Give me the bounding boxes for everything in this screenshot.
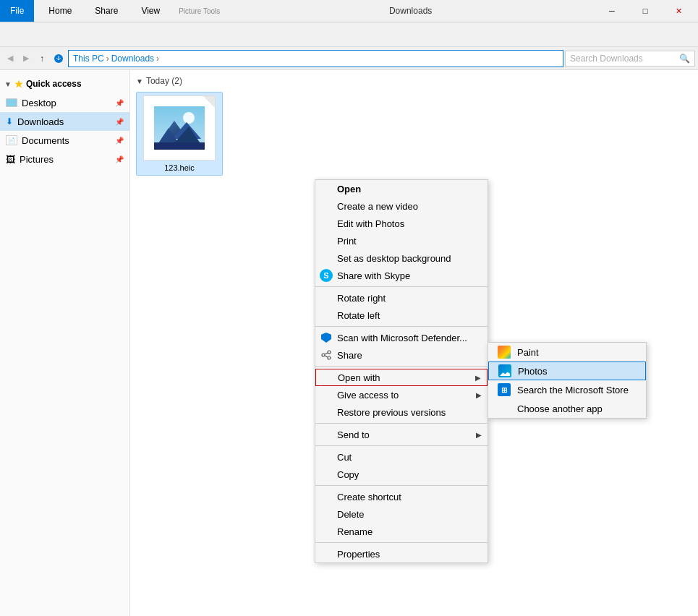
ctx-set-desktop[interactable]: Set as desktop background xyxy=(315,249,488,267)
sidebar-item-documents[interactable]: 📄 Documents 📌 xyxy=(0,131,129,150)
ctx-restore[interactable]: Restore previous versions xyxy=(315,403,488,421)
downloads-arrow-icon: ⬇ xyxy=(6,116,13,127)
ctx-sep4 xyxy=(315,423,488,424)
quick-access-chevron: ▼ xyxy=(4,80,12,88)
ctx-rename[interactable]: Rename xyxy=(315,523,488,540)
ctx-properties[interactable]: Properties xyxy=(315,545,488,562)
breadcrumb-sep2: › xyxy=(156,54,159,64)
skype-icon-small: S xyxy=(320,269,333,282)
tab-view[interactable]: View xyxy=(131,3,170,19)
up-button[interactable]: ↑ xyxy=(35,51,49,66)
ctx-scan-defender[interactable]: Scan with Microsoft Defender... xyxy=(315,329,488,346)
give-access-arrow-icon: ▶ xyxy=(476,391,482,399)
ctx-create-shortcut-label: Create shortcut xyxy=(337,492,401,502)
submenu-paint-label: Paint xyxy=(517,347,539,358)
section-chevron: ▼ xyxy=(136,77,143,85)
ctx-delete[interactable]: Delete xyxy=(315,505,488,523)
pin-desktop-icon: 📌 xyxy=(115,99,124,107)
svg-line-13 xyxy=(325,356,328,357)
ctx-cut[interactable]: Cut xyxy=(315,448,488,466)
store-app-icon: ⊞ xyxy=(497,382,511,397)
breadcrumb-thispc[interactable]: This PC xyxy=(73,54,104,64)
breadcrumb[interactable]: This PC › Downloads › xyxy=(68,50,563,67)
submenu-choose-app[interactable]: Choose another app xyxy=(488,399,646,418)
submenu-photos[interactable]: Photos xyxy=(488,362,646,380)
ctx-cut-label: Cut xyxy=(337,452,352,463)
svg-line-12 xyxy=(325,353,328,354)
ctx-share-skype[interactable]: S Share with Skype xyxy=(315,267,488,284)
ctx-sep3 xyxy=(315,366,488,367)
svg-point-10 xyxy=(322,354,325,356)
ctx-send-to-label: Send to xyxy=(337,429,370,440)
ribbon: File Home Share View Picture Tools Downl… xyxy=(0,0,698,22)
ctx-send-to[interactable]: Send to ▶ xyxy=(315,426,488,443)
submenu-store[interactable]: ⊞ Search the Microsoft Store xyxy=(488,380,646,399)
tab-file-label: File xyxy=(10,6,24,16)
tab-bar: File Home Share View Picture Tools Downl… xyxy=(0,0,698,22)
forward-button[interactable]: ▶ xyxy=(19,51,33,66)
paint-app-icon xyxy=(497,345,511,359)
open-with-arrow-icon: ▶ xyxy=(475,374,481,382)
tab-file[interactable]: File xyxy=(0,0,34,22)
sidebar-item-downloads[interactable]: ⬇ Downloads 📌 xyxy=(0,112,129,131)
sidebar-documents-label: Documents xyxy=(22,135,69,146)
breadcrumb-sep1: › xyxy=(106,54,109,64)
ctx-print[interactable]: Print xyxy=(315,232,488,249)
context-menu: Open Create a new video Edit with Photos… xyxy=(315,179,488,563)
minimize-button[interactable]: ─ xyxy=(595,0,629,22)
quick-access-star-icon: ★ xyxy=(14,79,23,90)
submenu-store-label: Search the Microsoft Store xyxy=(517,385,629,395)
ctx-copy[interactable]: Copy xyxy=(315,466,488,483)
send-to-arrow-icon: ▶ xyxy=(476,431,482,439)
window-title: Downloads xyxy=(227,6,594,16)
close-button[interactable]: ✕ xyxy=(662,0,695,22)
file-item-heic[interactable]: 123.heic xyxy=(136,92,223,176)
ctx-open-label: Open xyxy=(337,184,361,194)
tab-share[interactable]: Share xyxy=(85,3,128,19)
ctx-edit-photos[interactable]: Edit with Photos xyxy=(315,215,488,232)
file-name-label: 123.heic xyxy=(164,163,195,172)
ctx-open-with[interactable]: Open with ▶ xyxy=(315,369,488,386)
breadcrumb-downloads[interactable]: Downloads xyxy=(111,54,154,64)
shield-ctx-icon xyxy=(320,331,333,344)
ctx-rotate-right[interactable]: Rotate right xyxy=(315,289,488,307)
svg-rect-8 xyxy=(154,142,205,150)
open-with-submenu: Paint Photos ⊞ Search the Microsoft Stor… xyxy=(488,342,647,419)
ctx-create-shortcut[interactable]: Create shortcut xyxy=(315,488,488,505)
pin-downloads-icon: 📌 xyxy=(115,118,124,126)
back-button[interactable]: ◀ xyxy=(3,51,17,66)
ctx-rotate-left[interactable]: Rotate left xyxy=(315,307,488,324)
search-bar[interactable]: Search Downloads 🔍 xyxy=(565,51,695,67)
ctx-rotate-right-label: Rotate right xyxy=(337,293,386,304)
window-controls: ─ □ ✕ xyxy=(595,0,695,22)
quick-access-group[interactable]: ▼ ★ Quick access xyxy=(0,74,129,93)
ctx-new-video-label: Create a new video xyxy=(337,201,418,212)
maximize-button[interactable]: □ xyxy=(629,0,662,22)
ctx-sep6 xyxy=(315,485,488,486)
search-placeholder: Search Downloads xyxy=(570,54,679,64)
submenu-choose-label: Choose another app xyxy=(517,403,603,414)
ctx-sep1 xyxy=(315,286,488,287)
file-thumbnail xyxy=(143,95,216,161)
ctx-scan-label: Scan with Microsoft Defender... xyxy=(337,333,467,343)
ctx-restore-label: Restore previous versions xyxy=(337,407,446,418)
ctx-set-desktop-label: Set as desktop background xyxy=(337,253,451,264)
sidebar: ▼ ★ Quick access Desktop 📌 ⬇ Downloads 📌… xyxy=(0,70,130,616)
ctx-open-with-label: Open with xyxy=(338,372,380,383)
ctx-copy-label: Copy xyxy=(337,469,359,480)
ctx-give-access[interactable]: Give access to ▶ xyxy=(315,386,488,403)
sidebar-downloads-label: Downloads xyxy=(17,116,64,127)
section-today: ▼ Today (2) xyxy=(136,76,692,86)
address-bar-row: ◀ ▶ ↑ This PC › Downloads › Search Downl… xyxy=(0,47,698,70)
sidebar-item-pictures[interactable]: 🖼 Pictures 📌 xyxy=(0,150,129,168)
tab-home[interactable]: Home xyxy=(38,3,82,19)
ctx-open[interactable]: Open xyxy=(315,180,488,197)
ctx-sep5 xyxy=(315,445,488,446)
file-grid: 123.heic xyxy=(136,92,692,176)
ctx-new-video[interactable]: Create a new video xyxy=(315,197,488,215)
submenu-paint[interactable]: Paint xyxy=(488,343,646,362)
sidebar-item-desktop[interactable]: Desktop 📌 xyxy=(0,93,129,112)
ctx-give-access-label: Give access to xyxy=(337,390,399,401)
choose-app-icon xyxy=(497,401,511,416)
ctx-share[interactable]: Share xyxy=(315,346,488,364)
